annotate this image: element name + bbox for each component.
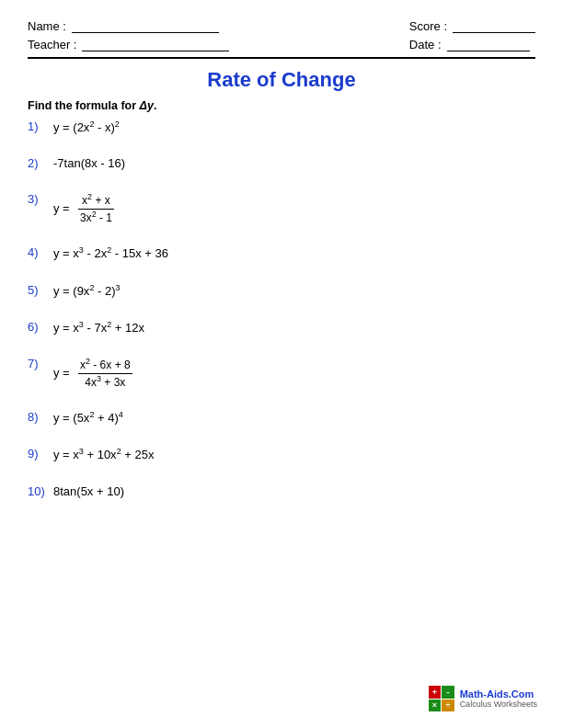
name-line [72, 18, 219, 33]
problem-3-expr: y = x2 + x 3x2 - 1 [53, 192, 116, 225]
footer: + - × ÷ Math-Aids.Com Calculus Worksheet… [429, 686, 537, 711]
problem-10-num: 10) [28, 484, 53, 498]
logo-div-cell: ÷ [442, 700, 454, 712]
date-label: Date : [409, 38, 442, 51]
frac-7-den: 4x3 + 3x [83, 374, 127, 391]
problem-1: 1) y = (2x2 - x)2 [28, 119, 535, 136]
problem-7: 7) y = x2 - 6x + 8 4x3 + 3x [28, 357, 535, 390]
brand-logo: + - × ÷ [429, 686, 454, 711]
brand-subtitle: Calculus Worksheets [460, 700, 537, 709]
problem-4-num: 4) [28, 245, 53, 259]
problem-3-num: 3) [28, 192, 53, 206]
problem-9-expr: y = x3 + 10x2 + 25x [53, 447, 154, 463]
problem-9-num: 9) [28, 447, 53, 461]
header-left: Name : Teacher : [28, 18, 229, 51]
problem-5-expr: y = (9x2 - 2)3 [53, 283, 121, 300]
problem-1-expr: y = (2x2 - x)2 [53, 119, 120, 136]
logo-times-cell: × [429, 700, 442, 712]
worksheet-page: Name : Teacher : Score : Date : Rate of … [0, 0, 563, 728]
problem-9: 9) y = x3 + 10x2 + 25x [28, 447, 535, 463]
brand-name: Math-Aids.Com [460, 688, 534, 700]
problem-2-num: 2) [28, 156, 53, 170]
problem-8-expr: y = (5x2 + 4)4 [53, 410, 123, 427]
problem-4: 4) y = x3 - 2x2 - 15x + 36 [28, 245, 535, 262]
teacher-label: Teacher : [28, 38, 76, 51]
date-row: Date : [409, 37, 535, 51]
page-title: Rate of Change [28, 68, 535, 92]
problems-list: 1) y = (2x2 - x)2 2) -7tan(8x - 16) 3) y… [28, 119, 535, 499]
problem-6-expr: y = x3 - 7x2 + 12x [53, 320, 144, 336]
logo-minus-cell: - [442, 686, 454, 699]
problem-4-expr: y = x3 - 2x2 - 15x + 36 [53, 245, 168, 262]
problem-6: 6) y = x3 - 7x2 + 12x [28, 320, 535, 336]
logo-plus-cell: + [429, 686, 442, 699]
problem-8-num: 8) [28, 410, 53, 424]
score-label: Score : [409, 19, 447, 33]
fraction-3: x2 + x 3x2 - 1 [78, 192, 114, 225]
problem-2: 2) -7tan(8x - 16) [28, 156, 535, 172]
frac-7-num: x2 - 6x + 8 [78, 357, 132, 373]
teacher-line [82, 37, 229, 51]
problem-8: 8) y = (5x2 + 4)4 [28, 410, 535, 427]
problem-6-num: 6) [28, 320, 53, 334]
instructions: Find the formula for Δy. [28, 99, 535, 112]
problem-5-num: 5) [28, 283, 53, 297]
name-label: Name : [28, 19, 66, 33]
problem-7-num: 7) [28, 357, 53, 370]
date-line [447, 37, 530, 51]
header: Name : Teacher : Score : Date : [28, 18, 535, 51]
problem-5: 5) y = (9x2 - 2)3 [28, 283, 535, 300]
score-row: Score : [409, 18, 535, 33]
footer-text: Math-Aids.Com Calculus Worksheets [460, 688, 537, 709]
header-divider [28, 57, 535, 59]
problem-7-expr: y = x2 - 6x + 8 4x3 + 3x [53, 357, 134, 390]
problem-10-expr: 8tan(5x + 10) [53, 484, 124, 500]
problem-10: 10) 8tan(5x + 10) [28, 484, 535, 500]
problem-1-num: 1) [28, 119, 53, 133]
problem-2-expr: -7tan(8x - 16) [53, 156, 125, 172]
delta-y: Δy [140, 99, 154, 112]
name-row: Name : [28, 18, 229, 33]
frac-3-num: x2 + x [80, 192, 112, 209]
score-line [453, 18, 535, 33]
fraction-7: x2 - 6x + 8 4x3 + 3x [78, 357, 132, 390]
teacher-row: Teacher : [28, 37, 229, 51]
problem-3: 3) y = x2 + x 3x2 - 1 [28, 192, 535, 225]
header-right: Score : Date : [409, 18, 535, 51]
frac-3-den: 3x2 - 1 [78, 210, 114, 226]
